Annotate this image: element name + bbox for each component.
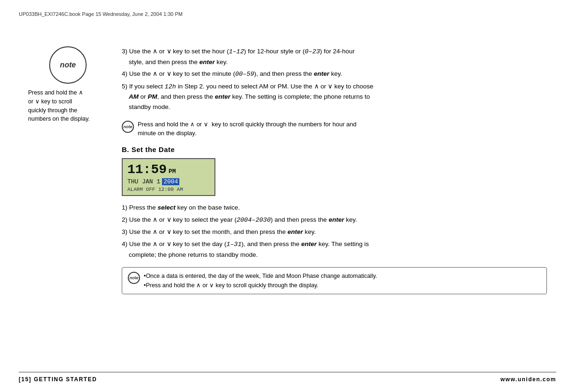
sidebar-text-1: Press and hold the (28, 89, 77, 96)
section-b: B. Set the Date 11:59 PM THU JAN 1 2004 … (122, 145, 547, 295)
page-container: UP033BH_EXI7246C.book Page 15 Wednesday,… (0, 0, 575, 392)
footer-left: [15] GETTING STARTED (19, 376, 97, 383)
sidebar-arrow-up: ∧ (79, 89, 83, 96)
step-5: 5) If you select 12h in Step 2. you need… (122, 81, 547, 112)
note-box-bottom-text: •Once a data is entered, the day of the … (144, 271, 377, 290)
step-4: 4) Use the or key to set the minute (00–… (122, 69, 547, 80)
page-footer: [15] GETTING STARTED www.uniden.com (19, 372, 556, 383)
page-header: UP033BH_EXI7246C.book Page 15 Wednesday,… (19, 9, 556, 21)
display-ampm: PM (169, 168, 176, 175)
step-3-text: Use the or key to set the hour (1–12) fo… (129, 48, 355, 55)
display-alarm: ALARM OFF 12:00 AM (127, 187, 210, 192)
step-5-num: 5) (122, 83, 129, 90)
sidebar-note-text: Press and hold the ∧ or ∨ key to scroll … (28, 88, 108, 123)
note-circle-bottom: note (128, 272, 140, 284)
steps-list-first: 3) Use the or key to set the hour (1–12)… (122, 46, 547, 112)
sidebar-note: note Press and hold the ∧ or ∨ key to sc… (28, 46, 117, 294)
note-bottom-bullet1: •Once a data is entered, the day of the … (144, 273, 377, 279)
sb-step-2-num: 2) (122, 216, 129, 223)
section-b-steps: 1) Press the select key on the base twic… (122, 203, 547, 260)
note-inline-block: note Press and hold the ∧ or ∨ key to sc… (122, 120, 547, 138)
step-5-text: If you select 12h in Step 2. you need to… (129, 83, 374, 90)
sb-step-4-cont: complete; the phone returns to standby m… (122, 251, 258, 258)
step-4-text: Use the or key to set the minute (00–59)… (129, 70, 342, 77)
sb-step-2-text: Use the or key to select the year (2004–… (129, 216, 357, 223)
section-b-step-3: 3) Use the or key to set the month, and … (122, 227, 547, 237)
sidebar-arrow-down: ∨ (35, 98, 41, 105)
sidebar-text-5: numbers on the display. (28, 116, 90, 122)
sb-step-3-num: 3) (122, 228, 129, 235)
footer-right: www.uniden.com (501, 376, 556, 383)
note-box-bottom: note •Once a data is entered, the day of… (122, 267, 547, 294)
display-date-text: THU JAN 1 (127, 178, 160, 185)
sidebar-text-3: key to scroll (41, 98, 72, 105)
display-date-year: 2004 (162, 178, 179, 185)
header-text: UP033BH_EXI7246C.book Page 15 Wednesday,… (19, 11, 183, 17)
sb-step-3-text: Use the or key to set the month, and the… (129, 228, 316, 235)
step-5-cont: AM or PM, and then press the enter key. … (122, 93, 370, 100)
step-5-cont2: standby mode. (122, 103, 170, 110)
note-circle-large: note (49, 46, 87, 84)
section-b-heading: B. Set the Date (122, 145, 547, 153)
section-b-step-1: 1) Press the select key on the base twic… (122, 203, 547, 213)
sb-step-4-text: Use the or key to set the day (1–31), an… (129, 240, 369, 247)
note-label-bottom: note (130, 276, 139, 280)
note-bottom-bullet2: •Press and hold the ∧ or ∨ key to scroll… (144, 282, 318, 289)
main-content: note Press and hold the ∧ or ∨ key to sc… (28, 46, 547, 294)
step-4-num: 4) (122, 70, 129, 77)
step-3: 3) Use the or key to set the hour (1–12)… (122, 46, 547, 67)
note-label-large: note (60, 61, 76, 69)
note-label-inline: note (124, 124, 133, 129)
sb-step-1-num: 1) (122, 204, 129, 211)
display-time-value: 11:59 (127, 162, 167, 178)
section-b-step-2: 2) Use the or key to select the year (20… (122, 215, 547, 225)
display-date-row: THU JAN 1 2004 (127, 178, 210, 185)
sb-step-4-num: 4) (122, 240, 129, 247)
display-time-row: 11:59 PM (127, 162, 210, 178)
note-inline-text: Press and hold the ∧ or ∨ key to scroll … (138, 120, 356, 138)
display-box: 11:59 PM THU JAN 1 2004 ALARM OFF 12:00 … (122, 158, 215, 196)
right-content: 3) Use the or key to set the hour (1–12)… (117, 46, 547, 294)
note-circle-inline: note (122, 121, 134, 133)
step-3-cont: style, and then press the enter key. (122, 58, 228, 65)
sidebar-text-2: or (28, 98, 33, 105)
sb-step-1-text: Press the select key on the base twice. (129, 204, 240, 211)
sidebar-text-4: quickly through the (28, 107, 77, 114)
section-b-step-4: 4) Use the or key to set the day (1–31),… (122, 239, 547, 260)
step-3-num: 3) (122, 48, 129, 55)
